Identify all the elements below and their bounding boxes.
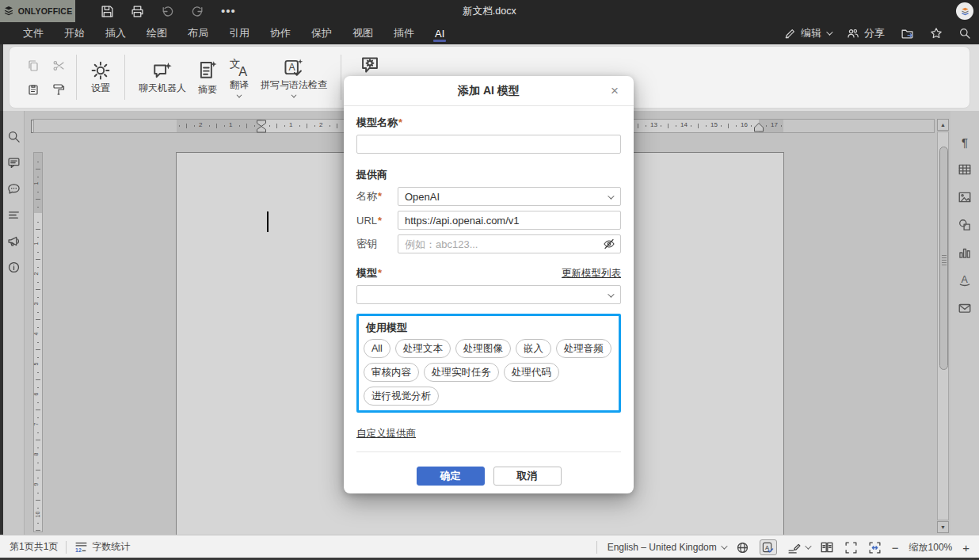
provider-key-label: 密钥	[356, 237, 398, 251]
capability-chip[interactable]: 处理图像	[455, 339, 511, 358]
capability-chip[interactable]: 处理代码	[504, 363, 559, 382]
statusbar-divider	[596, 541, 597, 554]
globe-icon	[736, 541, 749, 554]
word-count-icon: 12	[74, 540, 88, 554]
settings-label: 设置	[91, 83, 110, 94]
track-changes-icon	[787, 541, 801, 554]
summary-label: 摘要	[198, 85, 217, 96]
capability-chip[interactable]: 处理实时任务	[424, 363, 499, 382]
dialog-header[interactable]: 添加 AI 模型 ×	[344, 76, 634, 106]
capability-chip[interactable]: 嵌入	[516, 339, 551, 358]
chevron-down-icon	[826, 29, 832, 35]
app-logo[interactable]: ONLYOFFICE	[0, 0, 75, 22]
pencil-icon	[784, 28, 796, 40]
translate-button[interactable]: 文A 翻译	[223, 55, 255, 99]
chat-gear-icon	[360, 55, 380, 75]
menu-tab-AI[interactable]: AI	[425, 22, 455, 44]
menu-tab-协作[interactable]: 协作	[260, 22, 301, 44]
two-page-view-button[interactable]	[820, 540, 834, 554]
capability-chip[interactable]: All	[364, 339, 390, 358]
logo-text: ONLYOFFICE	[18, 6, 73, 16]
ok-button[interactable]: 确定	[417, 467, 485, 486]
spell-checking-toggle[interactable]: A	[760, 539, 777, 555]
print-button[interactable]	[131, 5, 144, 18]
provider-key-input[interactable]	[398, 234, 621, 253]
menu-tab-插件[interactable]: 插件	[383, 22, 425, 44]
custom-provider-link[interactable]: 自定义提供商	[356, 427, 416, 440]
model-select[interactable]	[356, 285, 621, 304]
more-actions-button[interactable]: •••	[221, 7, 236, 15]
menu-tab-开始[interactable]: 开始	[54, 22, 95, 44]
menu-tab-布局[interactable]: 布局	[177, 22, 219, 44]
menu-tab-视图[interactable]: 视图	[342, 22, 383, 44]
search-button[interactable]	[958, 27, 971, 40]
provider-name-select[interactable]: OpenAI	[398, 187, 621, 206]
avatar-logo-icon	[960, 6, 970, 17]
ai-settings-button[interactable]: 设置	[85, 59, 116, 96]
copy-button[interactable]	[27, 59, 40, 72]
menu-tabs: 文件开始插入绘图布局引用协作保护视图插件AI	[0, 22, 455, 44]
open-file-location-button[interactable]	[901, 27, 914, 40]
status-bar: 第1页共1页 12 字数统计 English – United Kingdom …	[0, 535, 979, 558]
spellcheck-button[interactable]: A 拼写与语法检查	[255, 55, 333, 99]
summary-button[interactable]: 摘要	[192, 58, 223, 97]
document-sparkle-icon	[197, 59, 218, 80]
close-icon[interactable]: ×	[606, 82, 623, 100]
statusbar-divider	[66, 541, 67, 554]
provider-section-label: 提供商	[356, 168, 621, 182]
people-icon	[847, 27, 859, 40]
menu-tab-文件[interactable]: 文件	[13, 22, 54, 44]
zoom-level[interactable]: 缩放100%	[909, 541, 953, 554]
chevron-down-icon	[805, 543, 811, 549]
capability-chip[interactable]: 审核内容	[364, 363, 419, 382]
language-selector[interactable]: English – United Kingdom	[608, 542, 726, 553]
eye-slash-icon[interactable]	[603, 238, 615, 250]
menu-tab-绘图[interactable]: 绘图	[136, 22, 177, 44]
chevron-down-icon	[608, 291, 614, 297]
capability-chip[interactable]: 处理音频	[556, 339, 611, 358]
gear-icon	[90, 60, 111, 81]
user-avatar[interactable]	[956, 2, 973, 20]
save-button[interactable]	[101, 5, 114, 18]
undo-button[interactable]	[161, 5, 174, 18]
menu-tab-引用[interactable]: 引用	[219, 22, 260, 44]
fit-page-icon	[844, 541, 858, 554]
add-ai-model-dialog: 添加 AI 模型 × 模型名称* 提供商 名称* OpenAI URL* 密钥	[344, 76, 634, 493]
favorite-star-button[interactable]	[930, 27, 943, 40]
fit-page-button[interactable]	[844, 541, 858, 554]
chevron-down-icon	[237, 92, 242, 97]
edit-mode-button[interactable]: 编辑	[784, 26, 831, 40]
paste-button[interactable]	[27, 83, 40, 96]
cut-button[interactable]	[52, 59, 65, 72]
word-count-button[interactable]: 12 字数统计	[74, 540, 130, 554]
app-window: ONLYOFFICE ••• 新文档.docx 文件开始插入绘图布局引用协作保护…	[0, 0, 979, 560]
format-painter-button[interactable]	[52, 83, 65, 96]
share-label: 分享	[864, 26, 885, 40]
dialog-footer: 确定 取消	[356, 451, 621, 486]
update-models-link[interactable]: 更新模型列表	[562, 267, 621, 280]
capability-chip[interactable]: 进行视觉分析	[364, 387, 439, 406]
chevron-down-icon	[721, 543, 727, 549]
redo-button[interactable]	[191, 5, 204, 18]
menu-tab-插入[interactable]: 插入	[95, 22, 136, 44]
svg-text:12: 12	[75, 547, 82, 553]
model-label: 模型*	[356, 266, 382, 280]
cancel-button[interactable]: 取消	[493, 467, 562, 486]
document-language-button[interactable]	[736, 541, 749, 554]
provider-url-input[interactable]	[398, 211, 621, 230]
language-label: English – United Kingdom	[608, 542, 717, 553]
share-button[interactable]: 分享	[847, 26, 885, 40]
menu-tab-保护[interactable]: 保护	[301, 22, 342, 44]
zoom-in-button[interactable]: +	[962, 541, 969, 554]
page-number-status[interactable]: 第1页共1页	[10, 540, 58, 554]
fit-width-button[interactable]	[868, 541, 882, 554]
zoom-out-button[interactable]: −	[892, 541, 899, 554]
capability-chip[interactable]: 处理文本	[395, 339, 451, 358]
word-count-label: 字数统计	[92, 540, 130, 554]
track-changes-button[interactable]	[787, 541, 809, 554]
capabilities-highlight-box: 使用模型 All处理文本处理图像嵌入处理音频审核内容处理实时任务处理代码进行视觉…	[356, 314, 621, 413]
svg-text:A: A	[238, 64, 247, 78]
chatbot-button[interactable]: 聊天机器人	[133, 59, 192, 96]
model-name-input[interactable]	[356, 135, 621, 154]
provider-name-label: 名称*	[356, 189, 398, 204]
